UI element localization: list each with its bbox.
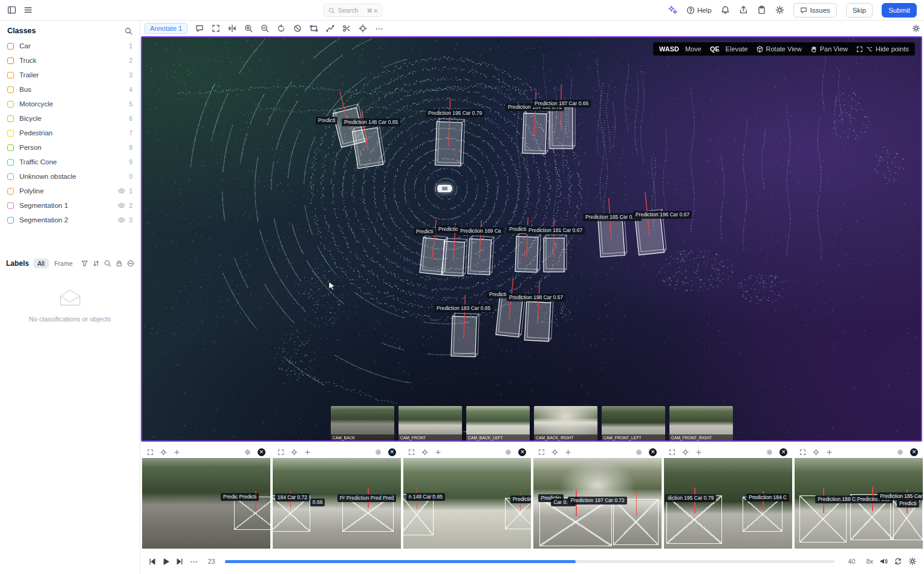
class-item-pedestrian[interactable]: Pedestrian7 (0, 126, 140, 140)
panel-add-icon[interactable] (435, 449, 441, 456)
camera-thumb-cam_front[interactable]: CAM_FRONT (399, 406, 462, 440)
visibility-icon[interactable] (118, 202, 125, 208)
camera-image[interactable]: diction 195 Car 0.79Prediction 184 C (664, 458, 792, 549)
visibility-icon[interactable] (118, 217, 125, 223)
wireframe-box[interactable] (743, 497, 782, 532)
camera-image[interactable]: Predic Predicti (142, 458, 270, 549)
panel-close-icon[interactable]: ✕ (388, 448, 396, 456)
class-item-car[interactable]: Car1 (0, 39, 140, 53)
panel-crosshair-icon[interactable] (160, 449, 167, 456)
panel-add-icon[interactable] (174, 449, 180, 456)
playback-settings-icon[interactable] (908, 557, 917, 566)
panel-close-icon[interactable]: ✕ (910, 448, 918, 456)
panel-expand-icon[interactable] (147, 449, 154, 456)
class-item-truck[interactable]: Truck2 (0, 53, 140, 68)
bell-icon[interactable] (721, 5, 730, 15)
panel-crosshair-icon[interactable] (551, 449, 558, 456)
viewport-settings-icon[interactable] (912, 24, 920, 33)
more-tools-icon[interactable]: ⋯ (375, 24, 383, 33)
camera-image[interactable]: PredictioCar 0.80Prediction 197 Car 0.72 (533, 458, 662, 549)
prediction-label[interactable]: Predic Predicti (221, 493, 259, 501)
clipboard-icon[interactable] (757, 5, 766, 15)
prediction-label[interactable]: Prediction 169 Ca (458, 227, 504, 235)
panel-expand-icon[interactable] (538, 449, 545, 456)
prediction-label[interactable]: Prediction 181 Car 0.67 (526, 227, 585, 234)
gear-icon[interactable] (775, 5, 784, 15)
panel-expand-icon[interactable] (278, 449, 284, 456)
panel-add-icon[interactable] (826, 449, 833, 456)
camera-thumb-cam_front_right[interactable]: CAM_FRONT_RIGHT (669, 406, 733, 440)
sidebar-toggle-icon[interactable] (7, 5, 16, 15)
class-item-motorcycle[interactable]: Motorcycle5 (0, 97, 140, 111)
camera-thumb-cam_back_left[interactable]: CAM_BACK_LEFT (466, 406, 530, 440)
prediction-label[interactable]: Prediction 184 C (746, 494, 789, 501)
prediction-label[interactable]: 0.66 (310, 498, 325, 506)
panel-close-icon[interactable]: ✕ (649, 448, 657, 456)
prediction-label[interactable]: Prediction 185 Car (877, 492, 923, 500)
issues-button[interactable]: Issues (793, 3, 837, 18)
prediction-label[interactable]: Prediction 196 Car 0.67 (633, 211, 692, 219)
prediction-label[interactable]: Predicti (414, 228, 435, 236)
class-item-trailer[interactable]: Trailer3 (0, 68, 140, 82)
camera-thumb-cam_back[interactable]: CAM_BACK (331, 406, 394, 440)
camera-image[interactable]: 184 Car 0.720.66Pr Prediction Pred Pred (273, 458, 401, 549)
rotate-icon[interactable] (277, 24, 285, 33)
focus-icon[interactable] (359, 24, 367, 33)
polyline-tool-icon[interactable] (326, 24, 334, 33)
prediction-label[interactable]: Predicti (316, 117, 337, 124)
prediction-label[interactable]: Predicti (507, 225, 529, 233)
panel-add-icon[interactable] (565, 449, 571, 456)
submit-button[interactable]: Submit (882, 3, 917, 18)
class-item-segmentation-2[interactable]: Segmentation 23 (0, 213, 140, 227)
box-tool-icon[interactable] (310, 24, 318, 33)
prediction-label[interactable]: Prediction 198 Car 0.57 (507, 294, 565, 302)
prediction-label[interactable]: Predicti (897, 500, 919, 508)
class-item-segmentation-1[interactable]: Segmentation 12 (0, 198, 140, 213)
panel-settings-icon[interactable] (636, 449, 642, 456)
wireframe-box[interactable] (539, 498, 612, 546)
sort-icon[interactable] (93, 260, 100, 267)
prediction-label[interactable]: Prediction 195 Car 0.79 (426, 109, 484, 117)
panel-expand-icon[interactable] (408, 449, 415, 456)
panel-settings-icon[interactable] (766, 449, 773, 456)
menu-icon[interactable] (24, 5, 33, 15)
volume-icon[interactable] (879, 557, 888, 566)
wireframe-box[interactable] (666, 495, 722, 544)
prediction-label[interactable]: 184 Car 0.72 (275, 494, 310, 501)
flip-icon[interactable] (228, 24, 236, 33)
labels-tab-all[interactable]: All (33, 259, 49, 268)
cut-tool-icon[interactable] (342, 24, 351, 33)
prediction-label[interactable]: Predictio (436, 225, 461, 233)
sparkles-icon[interactable] (668, 5, 677, 15)
play-icon[interactable] (162, 558, 170, 566)
camera-thumb-cam_front_left[interactable]: CAM_FRONT_LEFT (602, 406, 665, 440)
labels-search-icon[interactable] (104, 260, 111, 267)
panel-crosshair-icon[interactable] (291, 449, 298, 456)
playback-speed[interactable]: 8x (866, 558, 873, 565)
wireframe-box[interactable] (613, 499, 659, 545)
prediction-label[interactable]: Prediction 183 Car 0.85 (434, 305, 493, 312)
zoom-out-icon[interactable] (261, 24, 269, 33)
panel-crosshair-icon[interactable] (682, 449, 689, 456)
disable-icon[interactable] (293, 24, 302, 33)
lidar-viewport[interactable]: WASDMove QEElevate Rotate View Pan View (141, 36, 922, 442)
panel-expand-icon[interactable] (669, 449, 675, 456)
zoom-in-icon[interactable] (244, 24, 253, 33)
camera-thumb-cam_back_right[interactable]: CAM_BACK_RIGHT (534, 406, 597, 440)
timeline-slider[interactable] (225, 560, 835, 563)
panel-crosshair-icon[interactable] (421, 449, 428, 456)
class-item-bicycle[interactable]: Bicycle6 (0, 111, 140, 126)
lock-icon[interactable] (116, 260, 123, 267)
skip-button[interactable]: Skip (846, 3, 873, 18)
prediction-label[interactable]: diction 195 Car 0.79 (665, 494, 716, 502)
panel-add-icon[interactable] (304, 449, 311, 456)
panel-close-icon[interactable]: ✕ (779, 448, 787, 456)
labels-tab-frame[interactable]: Frame (50, 259, 77, 268)
help-button[interactable]: Help (686, 6, 712, 15)
panel-close-icon[interactable]: ✕ (258, 448, 265, 456)
label-settings-icon[interactable] (127, 260, 134, 267)
class-item-person[interactable]: Person8 (0, 140, 140, 155)
camera-image[interactable]: Prediction 188 C Prediction 169Predictio… (795, 458, 923, 549)
annotate-tab[interactable]: Annotate 1 (145, 23, 187, 34)
panel-settings-icon[interactable] (244, 449, 251, 456)
